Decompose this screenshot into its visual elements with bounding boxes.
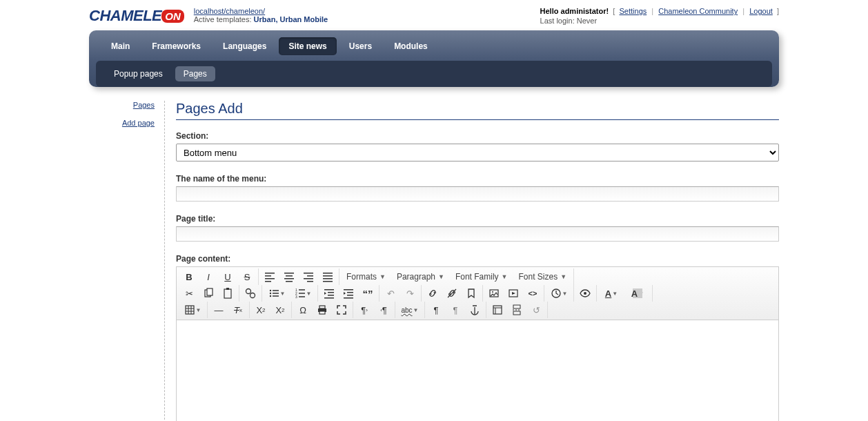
svg-rect-2 bbox=[224, 289, 231, 298]
svg-point-23 bbox=[584, 292, 586, 295]
svg-rect-11 bbox=[273, 295, 279, 297]
svg-rect-35 bbox=[513, 305, 520, 309]
templates-value: Urban, Urban Mobile bbox=[254, 15, 328, 23]
sidebar-pages[interactable]: Pages bbox=[89, 101, 155, 109]
nav-users[interactable]: Users bbox=[339, 37, 382, 55]
spellcheck-button[interactable]: abc▼ bbox=[397, 302, 423, 318]
svg-point-10 bbox=[269, 295, 270, 297]
svg-text:3: 3 bbox=[295, 295, 297, 299]
datetime-button[interactable]: ▼ bbox=[546, 285, 572, 302]
svg-rect-31 bbox=[319, 311, 325, 314]
template-button[interactable] bbox=[488, 302, 507, 318]
page-title-label: Page title: bbox=[176, 214, 779, 224]
text-color-button[interactable]: A▼ bbox=[598, 285, 624, 302]
cut-button[interactable]: ✂ bbox=[179, 285, 199, 302]
indent-button[interactable] bbox=[339, 285, 358, 302]
superscript-button[interactable]: X2 bbox=[270, 302, 290, 318]
show-blocks-button[interactable]: ¶ bbox=[426, 302, 446, 318]
content-label: Page content: bbox=[176, 254, 779, 264]
align-right-button[interactable] bbox=[299, 268, 318, 285]
font-sizes-dropdown[interactable]: Font Sizes▼ bbox=[513, 268, 573, 285]
templates-label: Active templates: bbox=[194, 15, 254, 23]
bullet-list-button[interactable]: ▼ bbox=[264, 285, 290, 302]
section-label: Section: bbox=[176, 131, 779, 141]
link-button[interactable] bbox=[423, 285, 442, 302]
svg-point-6 bbox=[269, 290, 270, 291]
numbered-list-button[interactable]: 123▼ bbox=[290, 285, 316, 302]
horizontal-rule-button[interactable]: — bbox=[209, 302, 228, 318]
subnav-popup-pages[interactable]: Popup pages bbox=[106, 66, 171, 81]
formats-dropdown[interactable]: Formats▼ bbox=[341, 268, 391, 285]
community-link[interactable]: Chameleon Community bbox=[658, 7, 738, 15]
blockquote-button[interactable]: “” bbox=[358, 285, 377, 302]
align-left-button[interactable] bbox=[260, 268, 279, 285]
logo-text: CHAMELE bbox=[89, 7, 161, 25]
image-button[interactable] bbox=[484, 285, 504, 302]
background-color-button[interactable]: A▼ bbox=[624, 285, 651, 302]
media-button[interactable] bbox=[504, 285, 523, 302]
restore-draft-button[interactable]: ↺ bbox=[526, 302, 546, 318]
strikethrough-button[interactable]: S bbox=[237, 268, 257, 285]
menu-name-label: The name of the menu: bbox=[176, 174, 779, 184]
clear-formatting-button[interactable]: Tx bbox=[228, 302, 248, 318]
svg-rect-37 bbox=[513, 311, 520, 315]
table-button[interactable]: ▼ bbox=[179, 302, 206, 318]
undo-button[interactable]: ↶ bbox=[381, 285, 400, 302]
paragraph-dropdown[interactable]: Paragraph▼ bbox=[391, 268, 450, 285]
copy-button[interactable] bbox=[199, 285, 218, 302]
preview-button[interactable] bbox=[575, 285, 595, 302]
svg-rect-29 bbox=[319, 306, 325, 309]
settings-link[interactable]: Settings bbox=[620, 7, 647, 15]
source-code-button[interactable]: <> bbox=[523, 285, 542, 302]
bold-button[interactable]: B bbox=[179, 268, 199, 285]
menu-name-input[interactable] bbox=[176, 186, 779, 202]
unlink-button[interactable] bbox=[442, 285, 462, 302]
svg-rect-32 bbox=[493, 306, 502, 314]
nav-frameworks[interactable]: Frameworks bbox=[142, 37, 210, 55]
font-family-dropdown[interactable]: Font Family▼ bbox=[450, 268, 513, 285]
anchor-button[interactable] bbox=[465, 302, 484, 318]
align-center-button[interactable] bbox=[279, 268, 299, 285]
underline-button[interactable]: U bbox=[218, 268, 237, 285]
ltr-button[interactable]: ¶› bbox=[355, 302, 374, 318]
redo-button[interactable]: ↷ bbox=[400, 285, 420, 302]
logout-link[interactable]: Logout bbox=[749, 7, 773, 15]
show-invisible-button[interactable]: ¶ bbox=[446, 302, 465, 318]
nav-main[interactable]: Main bbox=[101, 37, 139, 55]
greeting: Hello administator! bbox=[540, 7, 609, 15]
outdent-button[interactable] bbox=[319, 285, 339, 302]
rtl-button[interactable]: ‹¶ bbox=[374, 302, 393, 318]
rich-text-editor: B I U S bbox=[176, 266, 779, 421]
special-char-button[interactable]: Ω bbox=[293, 302, 313, 318]
host-link[interactable]: localhost/chameleon/ bbox=[194, 7, 265, 15]
editor-body[interactable] bbox=[177, 320, 778, 421]
page-title: Pages Add bbox=[176, 101, 779, 120]
subnav-pages[interactable]: Pages bbox=[175, 66, 215, 81]
fullscreen-button[interactable] bbox=[332, 302, 351, 318]
section-select[interactable]: Bottom menu bbox=[176, 144, 779, 161]
paste-button[interactable] bbox=[218, 285, 237, 302]
print-button[interactable] bbox=[313, 302, 332, 318]
subscript-button[interactable]: X2 bbox=[251, 302, 270, 318]
align-justify-button[interactable] bbox=[318, 268, 337, 285]
page-title-input[interactable] bbox=[176, 226, 779, 242]
svg-rect-17 bbox=[299, 296, 305, 297]
svg-point-20 bbox=[492, 291, 493, 293]
main-navbar: Main Frameworks Languages Site news User… bbox=[89, 30, 779, 87]
svg-rect-1 bbox=[207, 288, 213, 295]
italic-button[interactable]: I bbox=[199, 268, 218, 285]
last-login-label: Last login: bbox=[540, 17, 577, 25]
nav-languages[interactable]: Languages bbox=[213, 37, 276, 55]
pagebreak-button[interactable] bbox=[507, 302, 526, 318]
bookmark-button[interactable] bbox=[462, 285, 481, 302]
find-replace-button[interactable] bbox=[241, 285, 260, 302]
svg-rect-13 bbox=[299, 289, 305, 291]
sidebar-add-page[interactable]: Add page bbox=[89, 119, 155, 127]
logo-badge: ON bbox=[161, 10, 184, 23]
svg-rect-9 bbox=[273, 293, 279, 294]
nav-site-news[interactable]: Site news bbox=[279, 37, 336, 55]
svg-rect-24 bbox=[186, 306, 194, 314]
svg-point-4 bbox=[246, 289, 251, 294]
nav-modules[interactable]: Modules bbox=[384, 37, 437, 55]
last-login-value: Never bbox=[577, 17, 597, 25]
